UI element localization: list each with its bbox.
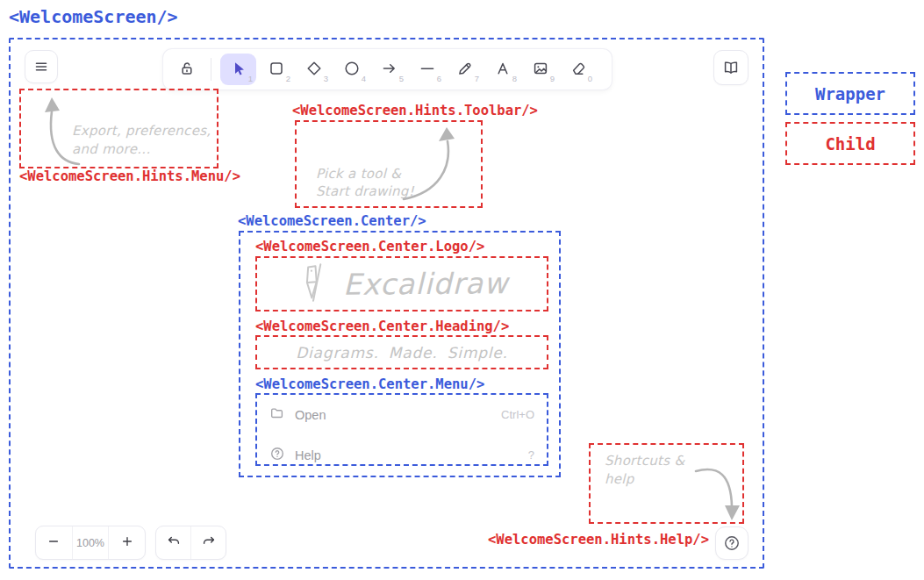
ellipse-icon <box>343 60 361 80</box>
tool-draw-button[interactable]: 7 <box>447 54 483 85</box>
excalidraw-pencil-logo-icon <box>296 259 331 310</box>
hints-menu-text: Export, preferences, and more... <box>72 122 211 158</box>
redo-button[interactable] <box>190 526 226 559</box>
excalidraw-logo-text: Excalidraw <box>343 266 509 302</box>
tool-arrow-button[interactable]: 5 <box>371 54 407 85</box>
plus-icon <box>120 534 134 551</box>
hints-help-text: Shortcuts & help <box>605 452 684 488</box>
zoom-level[interactable]: 100% <box>72 526 109 559</box>
center-logo-label: <WelcomeScreen.Center.Logo/> <box>255 239 484 254</box>
center-heading-label: <WelcomeScreen.Center.Heading/> <box>255 319 509 334</box>
undo-arrow-icon <box>166 533 182 552</box>
tool-shortcut: 4 <box>362 74 366 83</box>
main-menu-button[interactable] <box>25 50 58 83</box>
center-heading-box: Diagrams. Made. Simple. <box>255 335 548 369</box>
center-logo-box: Excalidraw <box>255 256 548 311</box>
menu-item-label: Help <box>295 448 321 462</box>
hand-drawn-arrow-down-icon <box>694 461 743 524</box>
legend-child-box: Child <box>785 122 915 165</box>
text-icon <box>494 60 512 80</box>
zoom-in-button[interactable] <box>108 526 145 559</box>
welcome-screen-doc: <WelcomeScreen/> 1 2 <box>0 0 924 580</box>
history-controls <box>155 526 226 560</box>
tool-line-button[interactable]: 6 <box>409 54 445 85</box>
menu-item-label: Open <box>295 408 326 422</box>
tool-shortcut: 5 <box>399 74 404 83</box>
help-circle-icon <box>723 534 741 552</box>
tool-shortcut: 9 <box>550 74 555 83</box>
redo-arrow-icon <box>201 533 217 552</box>
center-menu-label: <WelcomeScreen.Center.Menu/> <box>255 376 484 392</box>
line-icon <box>419 60 436 80</box>
tool-rectangle-button[interactable]: 2 <box>258 54 294 85</box>
arrow-icon <box>381 60 398 80</box>
minus-icon <box>47 534 61 551</box>
tool-shortcut: 1 <box>248 74 253 83</box>
help-circle-icon <box>269 446 285 464</box>
hints-help-label: <WelcomeScreen.Hints.Help/> <box>484 532 709 548</box>
selection-cursor-icon <box>230 60 247 80</box>
folder-icon <box>269 405 285 424</box>
root-component-label: <WelcomeScreen/> <box>9 6 178 27</box>
help-button[interactable] <box>715 526 749 560</box>
tool-image-button[interactable]: 9 <box>522 54 558 85</box>
legend-wrapper-label: Wrapper <box>815 84 885 104</box>
library-button[interactable] <box>713 50 749 85</box>
tool-shortcut: 3 <box>324 74 328 83</box>
zoom-controls: 100% <box>35 526 146 560</box>
book-icon <box>722 59 740 76</box>
tool-eraser-button[interactable]: 0 <box>560 54 596 85</box>
legend-wrapper-box: Wrapper <box>785 72 915 115</box>
toolbar-divider <box>211 58 211 81</box>
menu-item-help[interactable]: Help ? <box>269 441 534 469</box>
zoom-out-button[interactable] <box>36 526 72 559</box>
tool-selection-button[interactable]: 1 <box>220 54 256 85</box>
legend-child-label: Child <box>825 134 875 154</box>
image-icon <box>532 60 549 80</box>
center-heading-text: Diagrams. Made. Simple. <box>296 344 508 362</box>
tool-shortcut: 8 <box>512 74 517 83</box>
eraser-icon <box>569 60 587 80</box>
tool-diamond-button[interactable]: 3 <box>296 54 332 85</box>
tool-shortcut: 2 <box>286 74 290 83</box>
hamburger-icon <box>32 58 50 75</box>
menu-item-shortcut: ? <box>528 448 534 462</box>
rectangle-icon <box>268 60 285 80</box>
menu-item-shortcut: Ctrl+O <box>501 408 534 421</box>
menu-item-open[interactable]: Open Ctrl+O <box>269 401 534 428</box>
unlocked-padlock-icon <box>178 60 196 80</box>
tool-shortcut: 7 <box>475 74 479 83</box>
hints-toolbar-box: Pick a tool & Start drawing! <box>295 120 483 208</box>
center-box: <WelcomeScreen.Center.Logo/> Excalidraw … <box>239 231 561 477</box>
center-menu-box: Open Ctrl+O Help ? <box>255 393 548 466</box>
tool-shortcut: 6 <box>437 74 441 83</box>
tool-lock-button[interactable] <box>172 54 202 85</box>
undo-button[interactable] <box>156 526 190 559</box>
tool-shortcut: 0 <box>588 74 592 83</box>
pencil-icon <box>456 60 474 80</box>
tool-ellipse-button[interactable]: 4 <box>333 54 369 85</box>
diamond-icon <box>305 60 323 80</box>
hints-menu-label: <WelcomeScreen.Hints.Menu/> <box>19 168 240 184</box>
hints-toolbar-text: Pick a tool & Start drawing! <box>316 165 414 201</box>
center-label: <WelcomeScreen.Center/> <box>238 213 426 229</box>
hints-toolbar-label: <WelcomeScreen.Hints.Toolbar/> <box>292 103 538 118</box>
hints-help-box: Shortcuts & help <box>589 443 744 524</box>
tool-text-button[interactable]: 8 <box>484 54 520 85</box>
toolbar: 1 2 3 4 5 <box>163 49 612 90</box>
